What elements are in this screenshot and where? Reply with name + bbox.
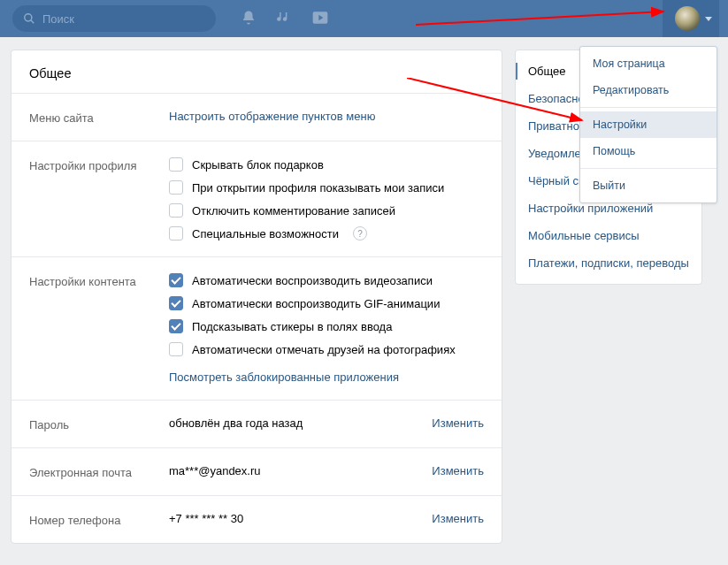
- search-placeholder: Поиск: [42, 12, 74, 26]
- avatar: [675, 6, 700, 31]
- checkbox-stickers-hint[interactable]: [169, 319, 183, 333]
- checkbox-hide-gifts[interactable]: [169, 157, 183, 172]
- page-title: Общее: [11, 50, 502, 94]
- checkbox-auto-tag[interactable]: [169, 342, 183, 356]
- checkbox-label: Отключить комментирование записей: [192, 204, 395, 218]
- phone-change-link[interactable]: Изменить: [432, 512, 484, 525]
- checkbox-label: Автоматически воспроизводить GIF-анимаци…: [192, 297, 440, 310]
- dropdown-edit[interactable]: Редактировать: [580, 77, 717, 103]
- section-email: Электронная почта ma***@yandex.ru Измени…: [11, 448, 502, 496]
- checkbox-show-my-posts[interactable]: [169, 180, 183, 195]
- section-profile: Настройки профиля Скрывать блок подарков…: [11, 141, 502, 257]
- section-phone: Номер телефона +7 *** *** ** 30 Изменить: [11, 496, 502, 543]
- sidebar-item-mobile[interactable]: Мобильные сервисы: [516, 222, 701, 249]
- help-icon[interactable]: ?: [353, 226, 367, 241]
- notifications-icon[interactable]: [241, 10, 257, 28]
- section-label: Электронная почта: [29, 464, 169, 479]
- profile-dropdown: Моя страница Редактировать Настройки Пом…: [579, 46, 717, 203]
- sidebar-item-payments[interactable]: Платежи, подписки, переводы: [516, 249, 701, 277]
- chevron-down-icon: [705, 17, 712, 21]
- section-menu: Меню сайта Настроить отображение пунктов…: [11, 94, 502, 141]
- top-icons: [241, 10, 329, 28]
- section-content: Настройки контента Автоматически воспрои…: [11, 257, 502, 401]
- password-value: обновлён два года назад: [169, 416, 303, 430]
- checkbox-disable-comments[interactable]: [169, 203, 183, 218]
- section-label: Настройки профиля: [29, 157, 169, 241]
- checkbox-accessibility[interactable]: [169, 226, 183, 241]
- dropdown-divider: [580, 107, 717, 108]
- checkbox-label: Автоматически воспроизводить видеозаписи: [192, 274, 433, 287]
- svg-point-0: [25, 14, 32, 21]
- phone-value: +7 *** *** ** 30: [169, 512, 243, 525]
- dropdown-divider: [580, 168, 717, 169]
- music-icon[interactable]: [276, 10, 292, 28]
- checkbox-label: Подсказывать стикеры в полях ввода: [192, 320, 392, 333]
- menu-configure-link[interactable]: Настроить отображение пунктов меню: [169, 110, 375, 123]
- search-icon: [23, 12, 35, 25]
- checkbox-label: При открытии профиля показывать мои запи…: [192, 181, 444, 195]
- top-bar: Поиск: [0, 0, 728, 37]
- section-label: Меню сайта: [29, 110, 169, 125]
- checkbox-label: Специальные возможности: [192, 227, 339, 241]
- video-icon[interactable]: [311, 10, 329, 28]
- checkbox-label: Скрывать блок подарков: [192, 158, 324, 172]
- dropdown-my-page[interactable]: Моя страница: [580, 50, 717, 77]
- dropdown-help[interactable]: Помощь: [580, 138, 717, 164]
- email-value: ma***@yandex.ru: [169, 464, 261, 477]
- settings-main-card: Общее Меню сайта Настроить отображение п…: [11, 50, 502, 544]
- blocked-apps-link[interactable]: Посмотреть заблокированные приложения: [169, 370, 484, 384]
- section-label: Пароль: [29, 416, 169, 431]
- section-password: Пароль обновлён два года назад Изменить: [11, 401, 502, 448]
- section-label: Номер телефона: [29, 512, 169, 527]
- svg-line-1: [31, 20, 34, 24]
- checkbox-label: Автоматически отмечать друзей на фотогра…: [192, 343, 456, 356]
- checkbox-auto-video[interactable]: [169, 273, 183, 287]
- profile-menu-toggle[interactable]: [663, 0, 719, 37]
- section-label: Настройки контента: [29, 273, 169, 384]
- dropdown-settings[interactable]: Настройки: [580, 111, 717, 138]
- checkbox-auto-gif[interactable]: [169, 296, 183, 310]
- password-change-link[interactable]: Изменить: [432, 416, 484, 430]
- dropdown-logout[interactable]: Выйти: [580, 172, 717, 199]
- email-change-link[interactable]: Изменить: [432, 464, 484, 477]
- search-input[interactable]: Поиск: [12, 5, 216, 32]
